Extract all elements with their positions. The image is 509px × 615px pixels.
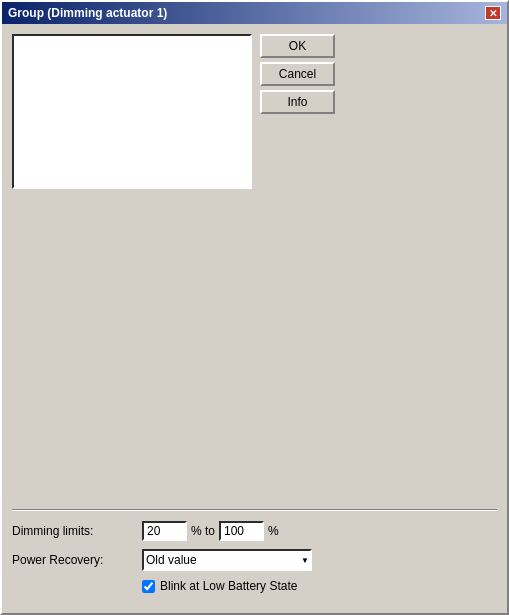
- blink-label: Blink at Low Battery State: [160, 579, 297, 593]
- content-area: OK Cancel Info Dimming limits: % to % Po…: [2, 24, 507, 613]
- dimming-limits-row: Dimming limits: % to %: [12, 521, 497, 541]
- blink-checkbox-row: Blink at Low Battery State: [142, 579, 497, 593]
- cancel-button[interactable]: Cancel: [260, 62, 335, 86]
- top-section: OK Cancel Info: [12, 34, 497, 189]
- main-window: Group (Dimming actuator 1) ✕ OK Cancel I…: [0, 0, 509, 615]
- power-recovery-select[interactable]: Old value: [142, 549, 312, 571]
- button-group: OK Cancel Info: [260, 34, 335, 189]
- power-recovery-select-wrapper: Old value: [142, 549, 312, 571]
- title-bar: Group (Dimming actuator 1) ✕: [2, 2, 507, 24]
- ok-button[interactable]: OK: [260, 34, 335, 58]
- info-button[interactable]: Info: [260, 90, 335, 114]
- dimming-max-input[interactable]: [219, 521, 264, 541]
- percent-label: %: [268, 524, 279, 538]
- dimming-min-input[interactable]: [142, 521, 187, 541]
- blink-checkbox[interactable]: [142, 580, 155, 593]
- bottom-section: Dimming limits: % to % Power Recovery: O…: [12, 521, 497, 603]
- window-title: Group (Dimming actuator 1): [8, 6, 167, 20]
- close-button[interactable]: ✕: [485, 6, 501, 20]
- middle-spacer: [12, 189, 497, 509]
- power-recovery-row: Power Recovery: Old value: [12, 549, 497, 571]
- power-recovery-label: Power Recovery:: [12, 553, 142, 567]
- percent-to-label: % to: [191, 524, 215, 538]
- divider: [12, 509, 497, 511]
- group-list-box[interactable]: [12, 34, 252, 189]
- dimming-limits-label: Dimming limits:: [12, 524, 142, 538]
